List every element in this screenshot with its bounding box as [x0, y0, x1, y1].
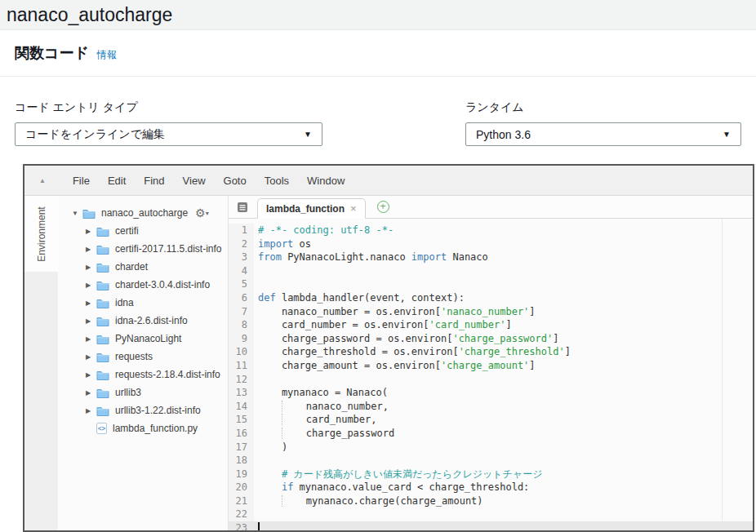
tree-item-PyNanacoLight[interactable]: ▶PyNanacoLight: [61, 330, 228, 348]
code-line-10[interactable]: 10 charge_threshold = os.environ['charge…: [229, 345, 753, 359]
line-number: 11: [229, 359, 254, 373]
code-line-1[interactable]: 1# -*- coding: utf-8 -*-: [229, 224, 753, 237]
tree-item-idna-2.6.dist-info[interactable]: ▶idna-2.6.dist-info: [61, 312, 228, 330]
code-line-17[interactable]: 17 ): [229, 441, 753, 454]
tab-list-icon[interactable]: [237, 202, 248, 213]
line-number: 23: [229, 521, 254, 530]
tree-item-label: idna-2.6.dist-info: [115, 315, 188, 326]
code-line-text: card_number,: [254, 413, 377, 427]
code-entry-type-select[interactable]: コードをインラインで編集 ▼: [15, 122, 322, 146]
code-line-8[interactable]: 8 card_number = os.environ['card_number'…: [229, 318, 753, 332]
info-link[interactable]: 情報: [97, 48, 117, 62]
menu-window[interactable]: Window: [298, 175, 354, 187]
code-line-5[interactable]: 5: [229, 277, 753, 291]
tree-item-requests-2.18.4.dist-info[interactable]: ▶requests-2.18.4.dist-info: [61, 366, 228, 383]
menu-file[interactable]: File: [64, 175, 99, 187]
runtime-field: ランタイム Python 3.6 ▼: [465, 100, 741, 146]
chevron-down-icon: ▼: [304, 130, 312, 139]
runtime-value: Python 3.6: [476, 128, 531, 141]
tree-item-nanaco_autocharge[interactable]: ▼nanaco_autocharge⚙▾: [61, 204, 228, 222]
folder-icon: [96, 262, 109, 273]
chevron-collapsed-icon[interactable]: ▶: [86, 353, 96, 361]
code-line-12[interactable]: 12: [229, 373, 753, 387]
chevron-collapsed-icon[interactable]: ▶: [86, 407, 96, 415]
code-line-text: charge_password: [254, 427, 394, 441]
section-header: 関数コード 情報: [0, 30, 756, 77]
tree-item-label: nanaco_autocharge: [101, 207, 188, 219]
tree-item-lambda_function.py[interactable]: <>lambda_function.py: [61, 419, 228, 437]
tree-item-label: lambda_function.py: [113, 423, 198, 434]
code-line-9[interactable]: 9 charge_password = os.environ['charge_p…: [229, 332, 753, 346]
line-number: 19: [229, 468, 254, 481]
code-line-text: mynanaco = Nanaco(: [254, 386, 388, 400]
code-line-14[interactable]: 14 nanaco_number,: [229, 400, 753, 414]
chevron-collapsed-icon[interactable]: ▶: [86, 282, 96, 289]
tree-item-idna[interactable]: ▶idna: [61, 294, 228, 312]
gear-icon[interactable]: ⚙▾: [195, 206, 209, 219]
code-line-7[interactable]: 7 nanaco_number = os.environ['nanaco_num…: [229, 305, 753, 319]
chevron-collapsed-icon[interactable]: ▶: [86, 389, 96, 397]
code-area[interactable]: 1# -*- coding: utf-8 -*-2import os3from …: [229, 219, 753, 530]
scrollbar-track[interactable]: [722, 219, 723, 530]
code-line-19[interactable]: 19 # カード残高がしきい値未満だったらクレジットチャージ: [229, 468, 753, 481]
code-line-text: [254, 264, 258, 278]
code-line-text: [254, 508, 258, 521]
environment-strip: Environment: [24, 196, 61, 530]
tree-item-certifi-2017.11.5.dist-info[interactable]: ▶certifi-2017.11.5.dist-info: [61, 240, 228, 258]
folder-icon: [96, 316, 109, 326]
code-line-21[interactable]: 21 mynanaco.charge(charge_amount): [229, 494, 753, 508]
tree-item-urllib3-1.22.dist-info[interactable]: ▶urllib3-1.22.dist-info: [61, 401, 228, 419]
environment-tab[interactable]: Environment: [24, 196, 58, 272]
chevron-collapsed-icon[interactable]: ▶: [86, 317, 96, 325]
close-tab-icon[interactable]: ×: [350, 202, 357, 215]
code-line-22[interactable]: 22: [229, 508, 753, 521]
editor-body: Environment ▼nanaco_autocharge⚙▾▶certifi…: [24, 196, 753, 530]
menu-view[interactable]: View: [174, 175, 215, 187]
tree-item-chardet-3.0.4.dist-info[interactable]: ▶chardet-3.0.4.dist-info: [61, 276, 228, 294]
collapse-editor-icon[interactable]: ▲: [39, 177, 46, 184]
code-line-11[interactable]: 11 charge_amount = os.environ['charge_am…: [229, 359, 753, 373]
line-number: 18: [229, 454, 254, 468]
tree-item-label: urllib3-1.22.dist-info: [115, 405, 201, 416]
chevron-collapsed-icon[interactable]: ▶: [86, 228, 96, 235]
new-tab-icon[interactable]: +: [377, 201, 389, 213]
python-file-icon: <>: [96, 423, 107, 434]
tree-item-certifi[interactable]: ▶certifi: [61, 222, 228, 240]
tree-item-requests[interactable]: ▶requests: [61, 348, 228, 366]
page-title: nanaco_autocharge: [7, 4, 172, 26]
runtime-select[interactable]: Python 3.6 ▼: [465, 122, 741, 146]
code-line-text: # カード残高がしきい値未満だったらクレジットチャージ: [254, 468, 542, 481]
tab-lambda-function[interactable]: lambda_function ×: [257, 198, 366, 219]
line-number: 15: [229, 413, 254, 427]
code-line-20[interactable]: 20 if mynanaco.value_card < charge_thres…: [229, 481, 753, 494]
menu-goto[interactable]: Goto: [215, 175, 256, 187]
tree-item-urllib3[interactable]: ▶urllib3: [61, 383, 228, 401]
code-line-18[interactable]: 18: [229, 454, 753, 468]
menu-find[interactable]: Find: [135, 175, 173, 187]
line-number: 10: [229, 345, 254, 359]
code-line-15[interactable]: 15 card_number,: [229, 413, 753, 427]
menu-tools[interactable]: Tools: [256, 175, 298, 187]
menu-edit[interactable]: Edit: [99, 175, 135, 187]
code-line-13[interactable]: 13 mynanaco = Nanaco(: [229, 386, 753, 400]
line-number: 8: [229, 318, 254, 332]
line-number: 3: [229, 250, 254, 264]
code-line-4[interactable]: 4: [229, 264, 753, 278]
code-line-6[interactable]: 6def lambda_handler(event, context):: [229, 291, 753, 305]
code-line-2[interactable]: 2import os: [229, 237, 753, 251]
code-line-text: charge_amount = os.environ['charge_amoun…: [254, 359, 536, 373]
tree-item-chardet[interactable]: ▶chardet: [61, 258, 228, 276]
code-line-3[interactable]: 3from PyNanacoLight.nanaco import Nanaco: [229, 250, 753, 264]
chevron-collapsed-icon[interactable]: ▶: [86, 299, 96, 307]
code-line-23[interactable]: 23: [229, 521, 753, 530]
chevron-expanded-icon[interactable]: ▼: [72, 210, 82, 217]
chevron-collapsed-icon[interactable]: ▶: [86, 335, 96, 343]
code-line-16[interactable]: 16 charge_password: [229, 427, 753, 441]
section-title: 関数コード: [15, 43, 89, 63]
tree-item-label: certifi: [115, 225, 139, 237]
line-number: 17: [229, 441, 254, 454]
chevron-collapsed-icon[interactable]: ▶: [86, 246, 96, 253]
code-line-text: import os: [254, 237, 311, 251]
chevron-collapsed-icon[interactable]: ▶: [86, 371, 96, 379]
chevron-collapsed-icon[interactable]: ▶: [86, 264, 96, 271]
